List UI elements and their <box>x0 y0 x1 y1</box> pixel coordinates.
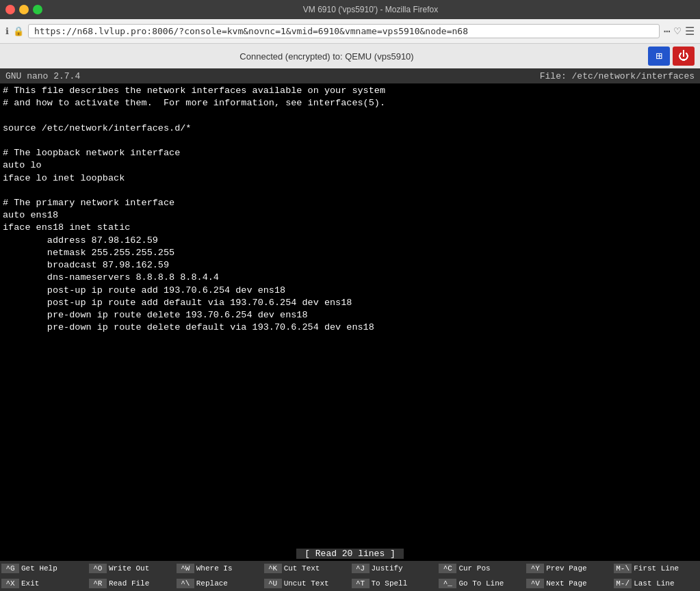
shortcut-item[interactable]: ^JJustify <box>350 561 438 576</box>
shortcut-key: ^W <box>177 564 194 573</box>
shortcut-key: M-/ <box>614 579 632 588</box>
menu-icon[interactable]: ☰ <box>685 25 695 38</box>
shortcut-label: Exit <box>21 579 39 588</box>
shortcut-label: Cut Text <box>284 564 320 573</box>
shortcut-key: ^K <box>264 564 282 573</box>
shortcut-key: ^V <box>526 579 544 588</box>
shortcut-item[interactable]: ^CCur Pos <box>437 561 525 576</box>
shortcut-label: Next Page <box>546 579 586 588</box>
close-button[interactable] <box>5 5 15 14</box>
shortcut-label: Justify <box>372 564 403 573</box>
minimize-button[interactable] <box>19 5 29 14</box>
shortcut-bar-1: ^GGet Help^OWrite Out^WWhere Is^KCut Tex… <box>0 561 700 576</box>
shortcut-key: ^J <box>352 564 370 573</box>
shortcut-label: To Spell <box>372 579 408 588</box>
shortcut-item[interactable]: ^XExit <box>0 576 88 591</box>
shortcut-item[interactable]: ^WWhere Is <box>175 561 263 576</box>
shortcut-key: ^U <box>264 579 282 588</box>
shortcut-item[interactable]: ^TTo Spell <box>350 576 438 591</box>
nano-app-info: GNU nano 2.7.4 <box>5 71 80 81</box>
maximize-button[interactable] <box>33 5 42 14</box>
shortcut-item[interactable]: ^VNext Page <box>525 576 612 591</box>
status-message: [ Read 20 lines ] <box>296 549 404 559</box>
shortcut-item[interactable]: M-/Last Line <box>612 576 700 591</box>
shortcut-item[interactable]: ^GGet Help <box>0 561 88 576</box>
shortcut-bar-2: ^XExit^RRead File^\Replace^UUncut Text^T… <box>0 576 700 591</box>
shortcut-key: M-\ <box>614 564 632 573</box>
shortcut-item[interactable]: ^\Replace <box>175 576 263 591</box>
shortcut-key: ^R <box>89 579 107 588</box>
shortcut-label: Replace <box>196 579 228 588</box>
titlebar: VM 6910 ('vps5910') - Mozilla Firefox <box>0 0 700 19</box>
more-button[interactable]: ⋯ <box>664 25 671 38</box>
connection-bar: Connected (encrypted) to: QEMU (vps5910)… <box>0 44 700 68</box>
shortcut-key: ^Y <box>526 564 544 573</box>
shortcut-key: ^G <box>1 564 19 573</box>
shortcut-key: ^T <box>352 579 370 588</box>
shortcut-label: Get Help <box>21 564 57 573</box>
shortcut-key: ^\ <box>177 579 194 588</box>
secure-icon: 🔒 <box>13 26 24 37</box>
editor-area[interactable]: # This file describes the network interf… <box>0 83 700 546</box>
nano-header: GNU nano 2.7.4 File: /etc/network/interf… <box>0 68 700 83</box>
shortcut-item[interactable]: ^_Go To Line <box>437 576 525 591</box>
shortcut-key: ^O <box>89 564 107 573</box>
url-bar: ℹ 🔒 https://n68.lvlup.pro:8006/?console=… <box>0 19 700 44</box>
window-title: VM 6910 ('vps5910') - Mozilla Firefox <box>47 5 695 14</box>
shortcut-item[interactable]: ^RRead File <box>88 576 175 591</box>
shortcut-item[interactable]: ^YPrev Page <box>525 561 612 576</box>
shortcut-key: ^_ <box>439 579 456 588</box>
bookmark-icon[interactable]: ♡ <box>674 25 681 38</box>
url-input[interactable]: https://n68.lvlup.pro:8006/?console=kvm&… <box>28 24 660 38</box>
shortcut-key: ^X <box>1 579 19 588</box>
shortcut-item[interactable]: M-\First Line <box>612 561 700 576</box>
info-icon[interactable]: ℹ <box>5 26 9 37</box>
power-icon-button[interactable]: ⏻ <box>673 47 695 66</box>
shortcut-label: Cur Pos <box>458 564 490 573</box>
shortcut-item[interactable]: ^OWrite Out <box>88 561 175 576</box>
connection-status: Connected (encrypted) to: QEMU (vps5910) <box>5 51 648 62</box>
shortcut-label: Go To Line <box>458 579 504 588</box>
display-icon-button[interactable]: ⊞ <box>648 47 670 66</box>
shortcut-label: Write Out <box>109 564 149 573</box>
shortcut-label: First Line <box>634 564 679 573</box>
shortcut-label: Read File <box>109 579 149 588</box>
shortcut-item[interactable]: ^UUncut Text <box>263 576 350 591</box>
shortcut-label: Prev Page <box>546 564 586 573</box>
shortcut-item[interactable]: ^KCut Text <box>263 561 350 576</box>
shortcut-label: Last Line <box>634 579 674 588</box>
nano-file-info: File: /etc/network/interfaces <box>540 71 695 81</box>
shortcut-key: ^C <box>439 564 456 573</box>
shortcut-label: Uncut Text <box>284 579 329 588</box>
status-bar: [ Read 20 lines ] <box>0 546 700 561</box>
shortcut-label: Where Is <box>196 564 233 573</box>
